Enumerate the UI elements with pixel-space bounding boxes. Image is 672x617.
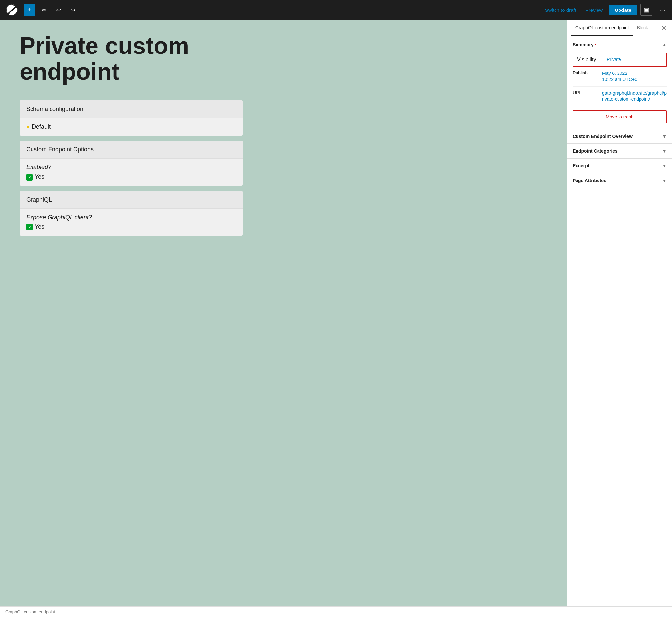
edit-mode-button[interactable]: ✏ bbox=[38, 4, 50, 16]
publish-row: Publish May 6, 202210:22 am UTC+0 bbox=[573, 67, 667, 87]
summary-dot: · bbox=[595, 41, 597, 48]
graphiql-body: Expose GraphiQL client? ✓Yes bbox=[20, 209, 243, 236]
undo-icon: ↩ bbox=[56, 6, 61, 13]
endpoint-categories-chevron-icon: ▼ bbox=[662, 148, 667, 154]
custom-endpoint-overview-section: Custom Endpoint Overview ▼ bbox=[567, 129, 672, 144]
green-check-icon-2: ✓ bbox=[26, 224, 33, 230]
schema-config-header: Schema configuration bbox=[20, 100, 243, 118]
schema-config-body: ●Default bbox=[20, 118, 243, 136]
custom-endpoint-overview-chevron-icon: ▼ bbox=[662, 134, 667, 139]
plus-icon: + bbox=[28, 6, 31, 14]
yellow-dot-icon: ● bbox=[26, 124, 30, 130]
edit-icon: ✏ bbox=[42, 6, 47, 13]
excerpt-section: Excerpt ▼ bbox=[567, 159, 672, 173]
visibility-value: Private bbox=[607, 56, 662, 63]
url-value[interactable]: gato-graphql.lndo.site/graphql/private-c… bbox=[602, 90, 667, 103]
more-icon: ⋯ bbox=[659, 6, 665, 14]
sidebar-toggle-icon: ▣ bbox=[644, 6, 649, 13]
endpoint-categories-header[interactable]: Endpoint Categories ▼ bbox=[567, 144, 672, 158]
page-attributes-section: Page Attributes ▼ bbox=[567, 173, 672, 188]
endpoint-options-block: Custom Endpoint Options Enabled? ✓Yes bbox=[20, 141, 243, 186]
list-view-button[interactable]: ≡ bbox=[81, 4, 93, 16]
excerpt-label: Excerpt bbox=[573, 163, 589, 168]
summary-section-body: Visibility Private Publish May 6, 202210… bbox=[567, 52, 672, 129]
green-check-icon: ✓ bbox=[26, 174, 33, 181]
enabled-value: ✓Yes bbox=[26, 173, 236, 181]
sidebar-tabs: GraphQL custom endpoint Block ✕ bbox=[567, 20, 672, 36]
tab-post-label: GraphQL custom endpoint bbox=[575, 25, 629, 30]
update-button[interactable]: Update bbox=[609, 5, 637, 15]
summary-label: Summary bbox=[573, 42, 594, 47]
graphiql-header: GraphiQL bbox=[20, 191, 243, 209]
redo-button[interactable]: ↪ bbox=[67, 4, 79, 16]
undo-button[interactable]: ↩ bbox=[52, 4, 64, 16]
summary-section-header[interactable]: Summary · ▲ bbox=[567, 36, 672, 52]
visibility-row[interactable]: Visibility Private bbox=[573, 52, 667, 67]
excerpt-header[interactable]: Excerpt ▼ bbox=[567, 159, 672, 173]
tab-block-label: Block bbox=[637, 25, 648, 30]
endpoint-categories-label: Endpoint Categories bbox=[573, 148, 618, 154]
post-title: Private custom endpoint bbox=[20, 33, 243, 85]
page-attributes-label: Page Attributes bbox=[573, 178, 606, 183]
sidebar: GraphQL custom endpoint Block ✕ Summary … bbox=[567, 20, 672, 607]
custom-endpoint-overview-header[interactable]: Custom Endpoint Overview ▼ bbox=[567, 129, 672, 144]
enabled-label: Enabled? bbox=[26, 164, 236, 171]
endpoint-options-header: Custom Endpoint Options bbox=[20, 141, 243, 159]
url-label: URL bbox=[573, 90, 602, 95]
publish-label: Publish bbox=[573, 70, 602, 75]
endpoint-categories-section: Endpoint Categories ▼ bbox=[567, 144, 672, 159]
move-to-trash-button[interactable]: Move to trash bbox=[573, 110, 667, 124]
toolbar-right: Switch to draft Preview Update ▣ ⋯ bbox=[542, 4, 668, 16]
endpoint-options-body: Enabled? ✓Yes bbox=[20, 159, 243, 186]
url-row: URL gato-graphql.lndo.site/graphql/priva… bbox=[573, 87, 667, 106]
sidebar-close-button[interactable]: ✕ bbox=[660, 23, 668, 33]
redo-icon: ↪ bbox=[70, 6, 75, 13]
page-attributes-header[interactable]: Page Attributes ▼ bbox=[567, 173, 672, 188]
page-attributes-chevron-icon: ▼ bbox=[662, 178, 667, 183]
toolbar: + ✏ ↩ ↪ ≡ Switch to draft Preview Update… bbox=[0, 0, 672, 20]
expose-value: ✓Yes bbox=[26, 223, 236, 231]
tab-post[interactable]: GraphQL custom endpoint bbox=[571, 20, 633, 36]
more-options-button[interactable]: ⋯ bbox=[656, 4, 668, 16]
publish-value[interactable]: May 6, 202210:22 am UTC+0 bbox=[602, 70, 667, 83]
summary-chevron-icon: ▲ bbox=[662, 42, 667, 47]
editor-area: Private custom endpoint Schema configura… bbox=[0, 20, 567, 607]
toggle-sidebar-button[interactable]: ▣ bbox=[641, 4, 652, 16]
status-bar-text: GraphQL custom endpoint bbox=[5, 609, 55, 614]
main-layout: Private custom endpoint Schema configura… bbox=[0, 20, 672, 607]
expose-label: Expose GraphiQL client? bbox=[26, 214, 236, 221]
status-bar: GraphQL custom endpoint bbox=[0, 607, 672, 617]
default-label: Default bbox=[32, 124, 50, 130]
tab-block[interactable]: Block bbox=[633, 20, 652, 36]
close-icon: ✕ bbox=[661, 24, 667, 32]
custom-endpoint-overview-label: Custom Endpoint Overview bbox=[573, 134, 633, 139]
excerpt-chevron-icon: ▼ bbox=[662, 163, 667, 168]
summary-section: Summary · ▲ Visibility Private Publish M… bbox=[567, 36, 672, 129]
schema-config-block: Schema configuration ●Default bbox=[20, 100, 243, 136]
graphiql-block: GraphiQL Expose GraphiQL client? ✓Yes bbox=[20, 191, 243, 236]
visibility-label: Visibility bbox=[577, 57, 607, 63]
add-block-button[interactable]: + bbox=[24, 4, 35, 16]
switch-to-draft-button[interactable]: Switch to draft bbox=[542, 5, 579, 15]
wp-logo[interactable] bbox=[4, 2, 20, 18]
list-icon: ≡ bbox=[86, 7, 89, 13]
preview-button[interactable]: Preview bbox=[583, 5, 605, 15]
